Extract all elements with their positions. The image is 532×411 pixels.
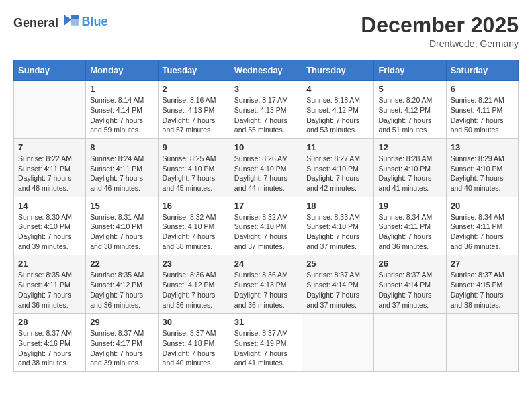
calendar-cell: 16 Sunrise: 8:32 AMSunset: 4:10 PMDaylig… (158, 197, 230, 255)
calendar-cell: 19 Sunrise: 8:34 AMSunset: 4:11 PMDaylig… (374, 197, 446, 255)
day-info: Sunrise: 8:17 AMSunset: 4:13 PMDaylight:… (234, 95, 298, 135)
calendar-cell: 31 Sunrise: 8:37 AMSunset: 4:19 PMDaylig… (230, 314, 302, 372)
calendar-cell: 2 Sunrise: 8:16 AMSunset: 4:13 PMDayligh… (158, 81, 230, 139)
day-info: Sunrise: 8:37 AMSunset: 4:15 PMDaylight:… (451, 270, 514, 310)
calendar-table: SundayMondayTuesdayWednesdayThursdayFrid… (13, 60, 519, 372)
calendar-cell: 14 Sunrise: 8:30 AMSunset: 4:10 PMDaylig… (14, 197, 86, 255)
day-info: Sunrise: 8:16 AMSunset: 4:13 PMDaylight:… (163, 95, 226, 135)
day-number: 24 (234, 259, 298, 269)
day-number: 20 (451, 201, 514, 211)
day-info: Sunrise: 8:32 AMSunset: 4:10 PMDaylight:… (234, 212, 298, 252)
day-number: 3 (234, 84, 298, 94)
weekday-header-saturday: Saturday (446, 60, 518, 81)
logo-flag-icon (63, 13, 79, 27)
day-info: Sunrise: 8:37 AMSunset: 4:16 PMDaylight:… (18, 328, 81, 368)
day-info: Sunrise: 8:37 AMSunset: 4:14 PMDaylight:… (378, 270, 441, 310)
day-info: Sunrise: 8:27 AMSunset: 4:10 PMDaylight:… (306, 154, 369, 193)
calendar-cell: 18 Sunrise: 8:33 AMSunset: 4:10 PMDaylig… (302, 197, 374, 255)
calendar-cell: 24 Sunrise: 8:36 AMSunset: 4:13 PMDaylig… (230, 255, 302, 314)
weekday-header-sunday: Sunday (14, 60, 86, 81)
calendar-cell: 30 Sunrise: 8:37 AMSunset: 4:18 PMDaylig… (158, 314, 230, 372)
calendar-cell: 6 Sunrise: 8:21 AMSunset: 4:11 PMDayligh… (446, 81, 518, 139)
title-block: December 2025 Drentwede, Germany (361, 13, 519, 49)
logo-blue: Blue (82, 15, 108, 28)
weekday-header-monday: Monday (86, 60, 158, 81)
calendar-cell: 12 Sunrise: 8:28 AMSunset: 4:10 PMDaylig… (374, 138, 446, 197)
calendar-cell: 22 Sunrise: 8:35 AMSunset: 4:12 PMDaylig… (86, 255, 158, 314)
day-info: Sunrise: 8:36 AMSunset: 4:12 PMDaylight:… (163, 270, 226, 310)
day-number: 15 (90, 201, 153, 211)
day-info: Sunrise: 8:37 AMSunset: 4:17 PMDaylight:… (90, 328, 153, 368)
day-number: 5 (378, 84, 441, 94)
day-info: Sunrise: 8:31 AMSunset: 4:10 PMDaylight:… (90, 212, 153, 252)
day-number: 6 (451, 84, 514, 94)
location: Drentwede, Germany (361, 38, 519, 49)
day-number: 2 (163, 84, 226, 94)
day-number: 7 (18, 142, 81, 152)
day-info: Sunrise: 8:22 AMSunset: 4:11 PMDaylight:… (18, 154, 81, 193)
svg-marker-2 (71, 19, 79, 26)
day-number: 29 (90, 317, 153, 327)
day-info: Sunrise: 8:33 AMSunset: 4:10 PMDaylight:… (306, 212, 369, 252)
day-info: Sunrise: 8:14 AMSunset: 4:14 PMDaylight:… (90, 95, 153, 135)
calendar-cell: 28 Sunrise: 8:37 AMSunset: 4:16 PMDaylig… (14, 314, 86, 372)
calendar-cell: 4 Sunrise: 8:18 AMSunset: 4:12 PMDayligh… (302, 81, 374, 139)
day-number: 9 (163, 142, 226, 152)
day-info: Sunrise: 8:24 AMSunset: 4:11 PMDaylight:… (90, 154, 153, 193)
day-info: Sunrise: 8:34 AMSunset: 4:11 PMDaylight:… (378, 212, 441, 252)
day-info: Sunrise: 8:37 AMSunset: 4:18 PMDaylight:… (163, 328, 226, 368)
calendar-week-row: 1 Sunrise: 8:14 AMSunset: 4:14 PMDayligh… (14, 81, 519, 139)
calendar-cell: 23 Sunrise: 8:36 AMSunset: 4:12 PMDaylig… (158, 255, 230, 314)
day-number: 1 (90, 84, 153, 94)
calendar-cell: 1 Sunrise: 8:14 AMSunset: 4:14 PMDayligh… (86, 81, 158, 139)
calendar-cell: 3 Sunrise: 8:17 AMSunset: 4:13 PMDayligh… (230, 81, 302, 139)
day-number: 25 (306, 259, 369, 269)
calendar-cell: 10 Sunrise: 8:26 AMSunset: 4:10 PMDaylig… (230, 138, 302, 197)
svg-marker-0 (64, 15, 71, 25)
day-info: Sunrise: 8:34 AMSunset: 4:11 PMDaylight:… (451, 212, 514, 252)
calendar-cell: 29 Sunrise: 8:37 AMSunset: 4:17 PMDaylig… (86, 314, 158, 372)
day-number: 17 (234, 201, 298, 211)
calendar-header-row: SundayMondayTuesdayWednesdayThursdayFrid… (14, 60, 519, 81)
day-number: 30 (163, 317, 226, 327)
calendar-week-row: 14 Sunrise: 8:30 AMSunset: 4:10 PMDaylig… (14, 197, 519, 255)
calendar-cell: 21 Sunrise: 8:35 AMSunset: 4:11 PMDaylig… (14, 255, 86, 314)
day-number: 22 (90, 259, 153, 269)
calendar-cell (374, 314, 446, 372)
day-number: 10 (234, 142, 298, 152)
day-info: Sunrise: 8:32 AMSunset: 4:10 PMDaylight:… (163, 212, 226, 252)
calendar-cell: 27 Sunrise: 8:37 AMSunset: 4:15 PMDaylig… (446, 255, 518, 314)
calendar-cell: 9 Sunrise: 8:25 AMSunset: 4:10 PMDayligh… (158, 138, 230, 197)
day-number: 4 (306, 84, 369, 94)
month-title: December 2025 (361, 13, 519, 37)
day-info: Sunrise: 8:35 AMSunset: 4:12 PMDaylight:… (90, 270, 153, 310)
calendar-week-row: 28 Sunrise: 8:37 AMSunset: 4:16 PMDaylig… (14, 314, 519, 372)
calendar-cell: 15 Sunrise: 8:31 AMSunset: 4:10 PMDaylig… (86, 197, 158, 255)
day-number: 21 (18, 259, 81, 269)
weekday-header-thursday: Thursday (302, 60, 374, 81)
day-number: 19 (378, 201, 441, 211)
day-info: Sunrise: 8:37 AMSunset: 4:14 PMDaylight:… (306, 270, 369, 310)
calendar-cell: 17 Sunrise: 8:32 AMSunset: 4:10 PMDaylig… (230, 197, 302, 255)
day-info: Sunrise: 8:28 AMSunset: 4:10 PMDaylight:… (378, 154, 441, 193)
calendar-cell (302, 314, 374, 372)
day-number: 14 (18, 201, 81, 211)
calendar-cell: 11 Sunrise: 8:27 AMSunset: 4:10 PMDaylig… (302, 138, 374, 197)
day-info: Sunrise: 8:36 AMSunset: 4:13 PMDaylight:… (234, 270, 298, 310)
day-number: 23 (163, 259, 226, 269)
calendar-cell: 25 Sunrise: 8:37 AMSunset: 4:14 PMDaylig… (302, 255, 374, 314)
day-number: 13 (451, 142, 514, 152)
calendar-cell (446, 314, 518, 372)
day-number: 18 (306, 201, 369, 211)
day-number: 27 (451, 259, 514, 269)
day-number: 12 (378, 142, 441, 152)
day-info: Sunrise: 8:30 AMSunset: 4:10 PMDaylight:… (18, 212, 81, 252)
weekday-header-friday: Friday (374, 60, 446, 81)
logo-general: General (13, 16, 58, 30)
day-info: Sunrise: 8:37 AMSunset: 4:19 PMDaylight:… (234, 328, 298, 368)
calendar-cell: 20 Sunrise: 8:34 AMSunset: 4:11 PMDaylig… (446, 197, 518, 255)
day-number: 16 (163, 201, 226, 211)
day-info: Sunrise: 8:35 AMSunset: 4:11 PMDaylight:… (18, 270, 81, 310)
calendar-cell: 5 Sunrise: 8:20 AMSunset: 4:12 PMDayligh… (374, 81, 446, 139)
day-info: Sunrise: 8:20 AMSunset: 4:12 PMDaylight:… (378, 95, 441, 135)
